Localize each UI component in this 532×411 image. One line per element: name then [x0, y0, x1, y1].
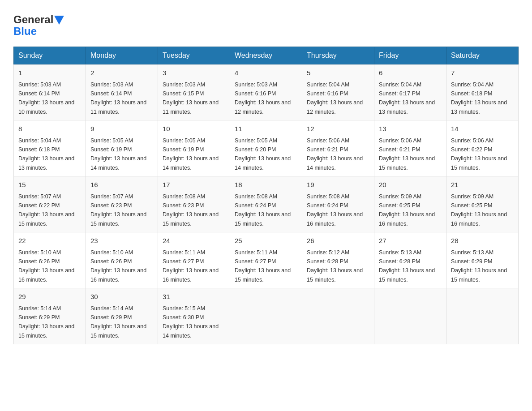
calendar-cell: 15 Sunrise: 5:07 AMSunset: 6:22 PMDaylig… [14, 176, 86, 232]
day-info: Sunrise: 5:03 AMSunset: 6:16 PMDaylight:… [235, 81, 291, 115]
day-info: Sunrise: 5:12 AMSunset: 6:28 PMDaylight:… [307, 249, 363, 283]
day-number: 5 [307, 68, 369, 78]
calendar-cell: 28 Sunrise: 5:13 AMSunset: 6:29 PMDaylig… [446, 232, 519, 288]
day-info: Sunrise: 5:04 AMSunset: 6:18 PMDaylight:… [451, 81, 507, 115]
day-info: Sunrise: 5:04 AMSunset: 6:16 PMDaylight:… [307, 81, 363, 115]
calendar-cell: 30 Sunrise: 5:14 AMSunset: 6:29 PMDaylig… [86, 288, 158, 344]
calendar-header-row: SundayMondayTuesdayWednesdayThursdayFrid… [14, 47, 519, 64]
day-number: 28 [451, 236, 514, 246]
calendar-cell [446, 288, 519, 344]
day-number: 13 [379, 124, 442, 134]
header-monday: Monday [86, 47, 158, 64]
day-number: 31 [163, 292, 225, 302]
calendar-cell: 14 Sunrise: 5:06 AMSunset: 6:22 PMDaylig… [446, 120, 519, 176]
week-row-2: 8 Sunrise: 5:04 AMSunset: 6:18 PMDayligh… [14, 120, 519, 176]
day-info: Sunrise: 5:08 AMSunset: 6:24 PMDaylight:… [307, 193, 363, 227]
day-number: 18 [235, 180, 297, 190]
calendar-cell [374, 288, 446, 344]
calendar-cell: 2 Sunrise: 5:03 AMSunset: 6:14 PMDayligh… [86, 64, 158, 120]
calendar-cell: 7 Sunrise: 5:04 AMSunset: 6:18 PMDayligh… [446, 64, 519, 120]
page-header: General Blue [13, 13, 519, 38]
header-saturday: Saturday [446, 47, 519, 64]
calendar-cell: 23 Sunrise: 5:10 AMSunset: 6:26 PMDaylig… [86, 232, 158, 288]
day-number: 21 [451, 180, 514, 190]
day-info: Sunrise: 5:13 AMSunset: 6:28 PMDaylight:… [379, 249, 435, 283]
calendar-cell: 19 Sunrise: 5:08 AMSunset: 6:24 PMDaylig… [302, 176, 374, 232]
calendar-cell: 8 Sunrise: 5:04 AMSunset: 6:18 PMDayligh… [14, 120, 86, 176]
week-row-5: 29 Sunrise: 5:14 AMSunset: 6:29 PMDaylig… [14, 288, 519, 344]
calendar-cell: 10 Sunrise: 5:05 AMSunset: 6:19 PMDaylig… [158, 120, 230, 176]
day-info: Sunrise: 5:06 AMSunset: 6:21 PMDaylight:… [307, 137, 363, 171]
day-info: Sunrise: 5:10 AMSunset: 6:26 PMDaylight:… [18, 249, 74, 283]
day-info: Sunrise: 5:11 AMSunset: 6:27 PMDaylight:… [235, 249, 291, 283]
day-number: 20 [379, 180, 442, 190]
header-wednesday: Wednesday [230, 47, 302, 64]
calendar-cell: 4 Sunrise: 5:03 AMSunset: 6:16 PMDayligh… [230, 64, 302, 120]
day-info: Sunrise: 5:06 AMSunset: 6:21 PMDaylight:… [379, 137, 435, 171]
calendar-cell: 16 Sunrise: 5:07 AMSunset: 6:23 PMDaylig… [86, 176, 158, 232]
calendar-cell: 11 Sunrise: 5:05 AMSunset: 6:20 PMDaylig… [230, 120, 302, 176]
calendar-cell: 21 Sunrise: 5:09 AMSunset: 6:25 PMDaylig… [446, 176, 519, 232]
day-number: 4 [235, 68, 297, 78]
day-info: Sunrise: 5:11 AMSunset: 6:27 PMDaylight:… [163, 249, 219, 283]
week-row-4: 22 Sunrise: 5:10 AMSunset: 6:26 PMDaylig… [14, 232, 519, 288]
day-number: 14 [451, 124, 514, 134]
calendar-cell: 18 Sunrise: 5:08 AMSunset: 6:24 PMDaylig… [230, 176, 302, 232]
day-number: 24 [163, 236, 225, 246]
day-number: 11 [235, 124, 297, 134]
day-number: 23 [90, 236, 153, 246]
day-info: Sunrise: 5:07 AMSunset: 6:22 PMDaylight:… [18, 193, 74, 227]
calendar-cell: 9 Sunrise: 5:05 AMSunset: 6:19 PMDayligh… [86, 120, 158, 176]
calendar-cell: 31 Sunrise: 5:15 AMSunset: 6:30 PMDaylig… [158, 288, 230, 344]
day-number: 12 [307, 124, 369, 134]
week-row-3: 15 Sunrise: 5:07 AMSunset: 6:22 PMDaylig… [14, 176, 519, 232]
day-info: Sunrise: 5:14 AMSunset: 6:29 PMDaylight:… [18, 305, 74, 339]
calendar-cell: 25 Sunrise: 5:11 AMSunset: 6:27 PMDaylig… [230, 232, 302, 288]
day-info: Sunrise: 5:15 AMSunset: 6:30 PMDaylight:… [163, 305, 219, 339]
day-info: Sunrise: 5:10 AMSunset: 6:26 PMDaylight:… [90, 249, 146, 283]
day-number: 15 [18, 180, 81, 190]
logo-general-text: General [13, 13, 53, 26]
day-info: Sunrise: 5:13 AMSunset: 6:29 PMDaylight:… [451, 249, 507, 283]
logo-triangle-icon [54, 16, 64, 25]
calendar-cell: 27 Sunrise: 5:13 AMSunset: 6:28 PMDaylig… [374, 232, 446, 288]
day-info: Sunrise: 5:05 AMSunset: 6:19 PMDaylight:… [90, 137, 146, 171]
day-info: Sunrise: 5:05 AMSunset: 6:20 PMDaylight:… [235, 137, 291, 171]
day-number: 29 [18, 292, 81, 302]
day-info: Sunrise: 5:14 AMSunset: 6:29 PMDaylight:… [90, 305, 146, 339]
day-info: Sunrise: 5:06 AMSunset: 6:22 PMDaylight:… [451, 137, 507, 171]
header-thursday: Thursday [302, 47, 374, 64]
calendar-cell: 5 Sunrise: 5:04 AMSunset: 6:16 PMDayligh… [302, 64, 374, 120]
calendar-cell: 13 Sunrise: 5:06 AMSunset: 6:21 PMDaylig… [374, 120, 446, 176]
day-info: Sunrise: 5:09 AMSunset: 6:25 PMDaylight:… [379, 193, 435, 227]
day-number: 6 [379, 68, 442, 78]
day-number: 9 [90, 124, 153, 134]
day-number: 10 [163, 124, 225, 134]
day-info: Sunrise: 5:07 AMSunset: 6:23 PMDaylight:… [90, 193, 146, 227]
calendar-cell: 20 Sunrise: 5:09 AMSunset: 6:25 PMDaylig… [374, 176, 446, 232]
calendar-cell: 6 Sunrise: 5:04 AMSunset: 6:17 PMDayligh… [374, 64, 446, 120]
calendar-cell [230, 288, 302, 344]
day-number: 7 [451, 68, 514, 78]
day-number: 19 [307, 180, 369, 190]
day-number: 1 [18, 68, 81, 78]
logo: General Blue [13, 13, 64, 38]
day-number: 3 [163, 68, 225, 78]
day-info: Sunrise: 5:04 AMSunset: 6:17 PMDaylight:… [379, 81, 435, 115]
svg-marker-0 [54, 16, 64, 25]
day-number: 30 [90, 292, 153, 302]
calendar-cell: 3 Sunrise: 5:03 AMSunset: 6:15 PMDayligh… [158, 64, 230, 120]
calendar-table: SundayMondayTuesdayWednesdayThursdayFrid… [13, 47, 519, 344]
day-info: Sunrise: 5:08 AMSunset: 6:23 PMDaylight:… [163, 193, 219, 227]
day-number: 2 [90, 68, 153, 78]
day-number: 8 [18, 124, 81, 134]
day-info: Sunrise: 5:03 AMSunset: 6:15 PMDaylight:… [163, 81, 219, 115]
calendar-cell: 22 Sunrise: 5:10 AMSunset: 6:26 PMDaylig… [14, 232, 86, 288]
day-number: 27 [379, 236, 442, 246]
day-info: Sunrise: 5:09 AMSunset: 6:25 PMDaylight:… [451, 193, 507, 227]
calendar-cell: 24 Sunrise: 5:11 AMSunset: 6:27 PMDaylig… [158, 232, 230, 288]
calendar-cell: 12 Sunrise: 5:06 AMSunset: 6:21 PMDaylig… [302, 120, 374, 176]
calendar-cell: 1 Sunrise: 5:03 AMSunset: 6:14 PMDayligh… [14, 64, 86, 120]
header-tuesday: Tuesday [158, 47, 230, 64]
calendar-cell: 26 Sunrise: 5:12 AMSunset: 6:28 PMDaylig… [302, 232, 374, 288]
